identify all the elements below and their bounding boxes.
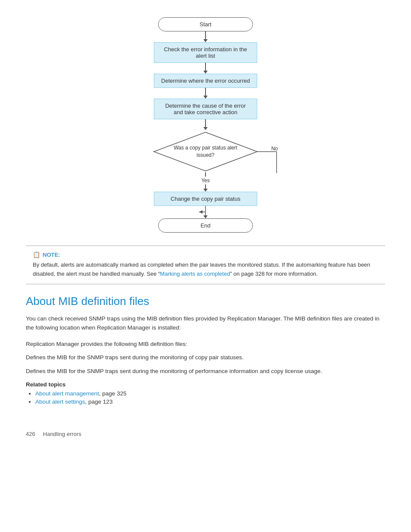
end-node: End	[158, 218, 253, 233]
arrow-tip	[203, 39, 208, 42]
mib-desc1-text: Defines the MIB for the SNMP traps sent …	[26, 354, 244, 361]
connector-2	[203, 63, 208, 74]
v-line-3	[205, 88, 206, 96]
yes-label: Yes	[201, 177, 210, 184]
mib-desc2: Defines the MIB for the SNMP traps sent …	[26, 367, 385, 376]
mib-para2: Replication Manager provides the followi…	[26, 339, 385, 349]
about-alert-settings-link[interactable]: About alert settings	[35, 398, 85, 405]
check-error-node: Check the error information in the alert…	[154, 42, 257, 63]
determine-where-node: Determine where the error occurred	[154, 74, 257, 88]
connector-3	[203, 88, 208, 99]
note-header-text: NOTE:	[43, 252, 60, 258]
related-link-2: About alert settings, page 123	[35, 398, 385, 405]
arrow-tip-3	[203, 96, 208, 99]
start-node: Start	[158, 17, 253, 31]
note-header: 📋 NOTE:	[33, 251, 378, 258]
mib-desc1: Defines the MIB for the SNMP traps sent …	[26, 353, 385, 362]
marking-alerts-link[interactable]: Marking alerts as completed	[160, 271, 230, 277]
footer-page-number: 426	[26, 431, 35, 437]
note-section: 📋 NOTE: By default, alerts are automatic…	[26, 246, 385, 284]
footer-section: Handling errors	[43, 431, 81, 437]
arrow-tip-2	[203, 71, 208, 74]
connector-5	[201, 206, 210, 218]
change-copy-node: Change the copy pair status	[154, 192, 257, 206]
v-line	[205, 31, 206, 39]
diamond-container: Was a copy pair status alert issued? No	[132, 130, 279, 173]
about-alert-mgmt-page: , page 325	[99, 390, 127, 397]
connector-4	[203, 119, 208, 130]
mib-para1: You can check received SNMP traps using …	[26, 314, 385, 333]
v-line-2	[205, 63, 206, 71]
note-body: By default, alerts are automatically mar…	[33, 261, 378, 279]
determine-cause-node: Determine the cause of the error and tak…	[154, 99, 257, 119]
change-copy-label: Change the copy pair status	[171, 196, 240, 202]
flowchart: Start Check the error information in the…	[98, 17, 313, 233]
determine-where-label: Determine where the error occurred	[161, 78, 250, 84]
arrow-tip-4	[203, 127, 208, 130]
mib-section-title: About MIB definition files	[26, 295, 385, 308]
arrow-tip-5	[203, 215, 208, 218]
mib-desc2-text: Defines the MIB for the SNMP traps sent …	[26, 368, 322, 374]
yes-vline2	[205, 184, 206, 189]
about-alert-mgmt-link[interactable]: About alert management	[35, 390, 99, 397]
note-page-number: 328	[255, 271, 265, 277]
check-error-label: Check the error information in the alert…	[160, 46, 251, 59]
end-label: End	[200, 222, 210, 229]
related-topics-list: About alert management, page 325 About a…	[26, 390, 385, 405]
connector-1	[203, 31, 208, 42]
yes-connector: Yes	[201, 172, 210, 192]
related-topics-title: Related topics	[26, 381, 385, 388]
v-line-4	[205, 119, 206, 127]
determine-cause-label: Determine the cause of the error and tak…	[160, 103, 251, 115]
back-arrow-svg	[197, 206, 214, 215]
diamond-label: Was a copy pair status alert issued?	[167, 144, 244, 159]
note-icon: 📋	[33, 251, 40, 258]
about-alert-settings-page: , page 123	[85, 398, 113, 405]
page-footer: 426 Handling errors	[26, 431, 385, 437]
back-arrow	[201, 206, 210, 215]
yes-arrowtip	[203, 189, 208, 192]
related-link-1: About alert management, page 325	[35, 390, 385, 397]
start-label: Start	[199, 21, 211, 28]
no-label: No	[271, 146, 278, 152]
